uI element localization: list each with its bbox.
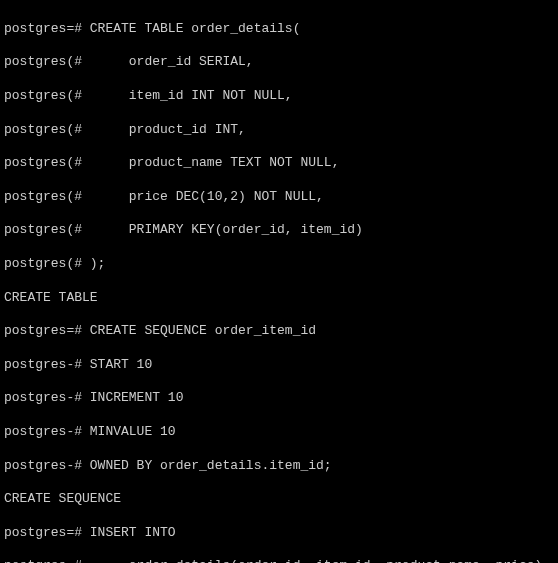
terminal-line: postgres=# CREATE SEQUENCE order_item_id xyxy=(4,323,554,340)
output-line: CREATE SEQUENCE xyxy=(4,491,554,508)
terminal-line: postgres(# product_id INT, xyxy=(4,122,554,139)
terminal-line: postgres-# OWNED BY order_details.item_i… xyxy=(4,458,554,475)
terminal-line: postgres-# MINVALUE 10 xyxy=(4,424,554,441)
terminal-line: postgres(# order_id SERIAL, xyxy=(4,54,554,71)
output-line: CREATE TABLE xyxy=(4,290,554,307)
terminal-line: postgres-# order_details(order_id, item_… xyxy=(4,558,554,563)
terminal-line: postgres(# product_name TEXT NOT NULL, xyxy=(4,155,554,172)
terminal-line: postgres=# INSERT INTO xyxy=(4,525,554,542)
terminal[interactable]: postgres=# CREATE TABLE order_details( p… xyxy=(0,0,558,563)
terminal-line: postgres(# PRIMARY KEY(order_id, item_id… xyxy=(4,222,554,239)
terminal-line: postgres-# INCREMENT 10 xyxy=(4,390,554,407)
terminal-line: postgres-# START 10 xyxy=(4,357,554,374)
terminal-line: postgres=# CREATE TABLE order_details( xyxy=(4,21,554,38)
terminal-line: postgres(# item_id INT NOT NULL, xyxy=(4,88,554,105)
terminal-line: postgres(# price DEC(10,2) NOT NULL, xyxy=(4,189,554,206)
terminal-line: postgres(# ); xyxy=(4,256,554,273)
